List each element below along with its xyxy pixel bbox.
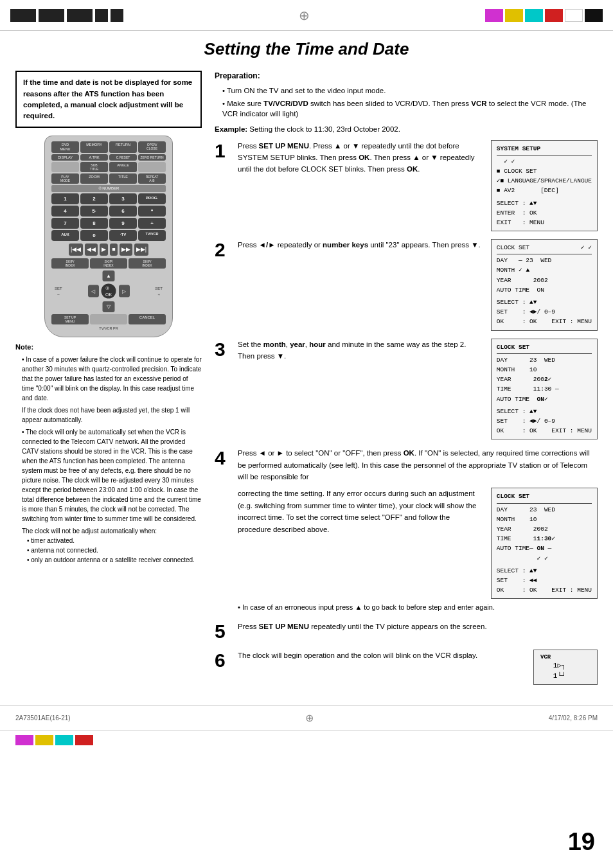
step-2-screen-title: CLOCK SET xyxy=(497,243,529,252)
preparation-section: Preparation: • Turn ON the TV and set to… xyxy=(215,71,598,119)
remote-image-container: DVDMENU MEMORY RETURN OPEN/CLOSE DISPLAY… xyxy=(15,136,202,337)
top-bar-block-5 xyxy=(111,9,123,22)
remote-btn-0: 0 xyxy=(80,230,108,241)
remote-btn-2: 2 xyxy=(80,193,108,204)
remote-bottom-row: SET UPMENU CANCEL xyxy=(51,314,166,324)
step-2-screen-month: MONTH ✓ ▲ xyxy=(497,265,592,275)
remote-btn-rec: ● xyxy=(138,206,166,217)
top-bar-block-2 xyxy=(39,9,64,22)
remote-skip-index-c: SKIP/INDEX xyxy=(90,258,127,269)
top-bar-block-1 xyxy=(10,9,36,22)
note-content: • In case of a power failure the clock w… xyxy=(15,355,202,565)
color-block-white xyxy=(565,9,583,22)
step-4-screen: CLOCK SET DAY 23 WED MONTH 10 YEAR 2002 … xyxy=(491,488,598,599)
step-4-screen-set: SET : ◄◄ xyxy=(497,576,592,585)
step-4-body: Press ◄ or ► to select "ON" or "OFF", th… xyxy=(238,447,598,612)
step-3-body: Set the month, year, hour and minute in … xyxy=(238,339,598,440)
top-bar-left-blocks xyxy=(10,9,123,22)
bottom-color-4 xyxy=(75,735,93,745)
step-6-vcr-time-line1: 1▷┐ xyxy=(540,661,591,671)
step-2-screen: CLOCK SET ✓ ✓ DAY — 23 WED MONTH ✓ ▲ YEA… xyxy=(491,239,598,331)
step-4-text-top: Press ◄ or ► to select "ON" or "OFF", th… xyxy=(238,447,598,483)
step-2-number: 2 xyxy=(215,239,233,260)
remote-zoom: ZOOM xyxy=(80,173,108,184)
note-section: Note: • In case of a power failure the c… xyxy=(15,342,202,565)
crosshair-bottom-icon: ⊕ xyxy=(305,711,314,725)
step-4-screen-ok: OK : OK EXIT : MENU xyxy=(497,585,592,595)
remote-btn-plus: + xyxy=(138,218,166,229)
remote-stop: ■ xyxy=(110,244,117,256)
intro-box: If the time and date is not be displayed… xyxy=(15,71,202,128)
step-4-bottom-section: correcting the time setting. If any erro… xyxy=(238,488,598,599)
right-column: Preparation: • Turn ON the TV and set to… xyxy=(215,71,598,693)
prep-bullet-1: • Turn ON the TV and set to the video in… xyxy=(222,85,598,96)
remote-btn-3: 3 xyxy=(109,193,137,204)
step-1-screen-exit: EXIT : MENU xyxy=(497,218,592,227)
remote-rew: ◀◀ xyxy=(85,244,98,256)
note-no-adjust-title: The clock will not be adjust automatical… xyxy=(22,526,202,536)
step-6-number: 6 xyxy=(215,650,233,671)
step-1-screen-select: SELECT : ▲▼ xyxy=(497,199,592,208)
remote-tvvcr-label: TV/VCR PR xyxy=(51,326,166,332)
remote-ff: ▶▶ xyxy=(120,244,132,256)
step-4: 4 Press ◄ or ► to select "ON" or "OFF", … xyxy=(215,447,598,612)
step-3-screen-time: TIME 11:30 — xyxy=(497,384,592,394)
example-line: Example: Setting the clock to 11:30, 23r… xyxy=(215,124,598,134)
step-3-screen-autotime: AUTO TIME ON✓ xyxy=(497,394,592,404)
step-3-screen-set: SET : ◄►/ 0–9 xyxy=(497,416,592,426)
step-4-screen-month: MONTH 10 xyxy=(497,515,592,524)
step-1-number: 1 xyxy=(215,140,233,161)
crosshair-icon: ⊕ xyxy=(299,6,310,24)
note-no-adjust-3: • only an outdoor antenna or a satellite… xyxy=(27,555,202,565)
page-number: 19 xyxy=(568,825,595,859)
top-bar: ⊕ xyxy=(0,0,613,31)
remote-title: TITLE xyxy=(109,173,137,184)
remote-btn-6: 6 xyxy=(109,206,137,217)
step-4-screen-autotime: AUTO TIME— ON — xyxy=(497,544,592,553)
step-4-screen-checks: ✓ ✓ xyxy=(497,554,592,563)
step-3-screen-select: SELECT : ▲▼ xyxy=(497,407,592,416)
step-6-vcr-label: VCR xyxy=(540,653,591,662)
step-1-content: Press SET UP MENU. Press ▲ or ▼ repeated… xyxy=(238,140,598,232)
step-3-text: Set the month, year, hour and minute in … xyxy=(238,339,484,362)
note-bullet-2: If the clock does not have been adjusted… xyxy=(22,405,202,425)
footer-center-crosshair: ⊕ xyxy=(305,711,314,725)
page-content: Setting the Time and Date If the time an… xyxy=(0,31,613,705)
step-3-screen-ok: OK : OK EXIT : MENU xyxy=(497,426,592,436)
step-4-screen-select: SELECT : ▲▼ xyxy=(497,566,592,576)
prep-bullet-2: • Make sure TV/VCR/DVD switch has been s… xyxy=(222,98,598,119)
remote-btn-5: 5· xyxy=(80,206,108,217)
remote-subtitle: SUBTITLE xyxy=(80,162,108,172)
bottom-bar xyxy=(0,731,613,749)
step-6-text: The clock will begin operation and the c… xyxy=(238,650,526,661)
color-block-magenta xyxy=(485,9,503,22)
remote-btn-9: 9 xyxy=(109,218,137,229)
remote-play: ▶ xyxy=(100,244,108,256)
bottom-color-1 xyxy=(15,735,33,745)
top-bar-block-3 xyxy=(67,9,93,22)
remote-skip-index-row: SKIP/INDEX SKIP/INDEX SKIP/INDEX xyxy=(51,258,166,269)
step-4-screen-year: YEAR 2002 xyxy=(497,524,592,534)
step-2-screen-checks: ✓ ✓ xyxy=(581,243,592,252)
remote-skip-back: |◀◀ xyxy=(69,244,83,256)
step-3: 3 Set the month, year, hour and minute i… xyxy=(215,339,598,440)
color-block-cyan xyxy=(525,9,543,22)
step-5-text: Press SET UP MENU repeatedly until the T… xyxy=(238,621,598,632)
step-3-screen-title: CLOCK SET xyxy=(497,342,592,352)
remote-blank1 xyxy=(51,162,79,172)
top-bar-block-4 xyxy=(95,9,108,22)
remote-dpad-ok: ③OK xyxy=(102,284,116,299)
step-1-screen-row-av2: ■ AV2 [DEC] xyxy=(497,186,592,195)
top-bar-right-blocks xyxy=(485,9,603,22)
remote-set-minus: SET– xyxy=(55,286,62,297)
footer: 2A73501AE(16-21) ⊕ 4/17/02, 8:26 PM xyxy=(0,705,613,731)
remote-btn-prog: PROG. xyxy=(138,193,166,204)
note-no-adjust-2: • antenna not connected. xyxy=(27,545,202,555)
step-2-screen-select: SELECT : ▲▼ xyxy=(497,297,592,307)
remote-skip-index-l: SKIP/INDEX xyxy=(51,258,89,269)
remote-cancel: CANCEL xyxy=(129,314,166,324)
step-3-screen-month: MONTH 10 xyxy=(497,365,592,375)
note-bullet-1: • In case of a power failure the clock w… xyxy=(22,355,202,403)
step-1: 1 Press SET UP MENU. Press ▲ or ▼ repeat… xyxy=(215,140,598,232)
step-2-screen-day: DAY — 23 WED xyxy=(497,256,592,265)
